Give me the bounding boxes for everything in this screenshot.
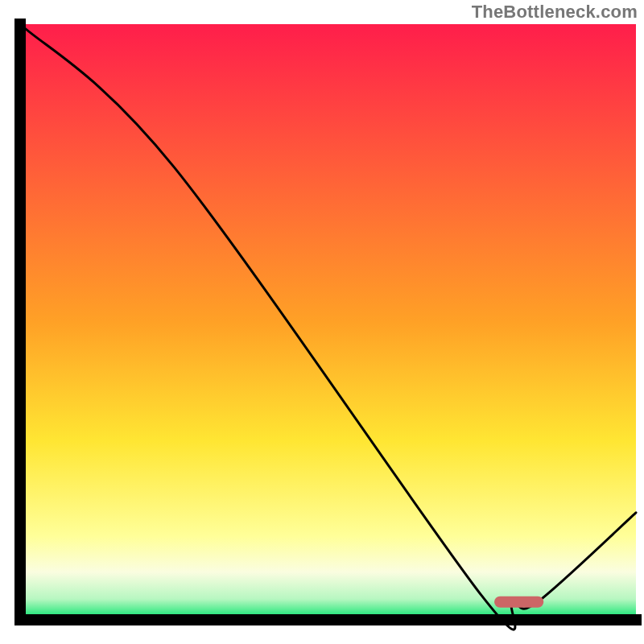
optimal-range-marker [494, 597, 543, 608]
chart-container: TheBottleneck.com [0, 0, 644, 644]
bottleneck-chart [0, 0, 644, 644]
watermark-text: TheBottleneck.com [472, 2, 638, 23]
gradient-background [20, 24, 636, 620]
